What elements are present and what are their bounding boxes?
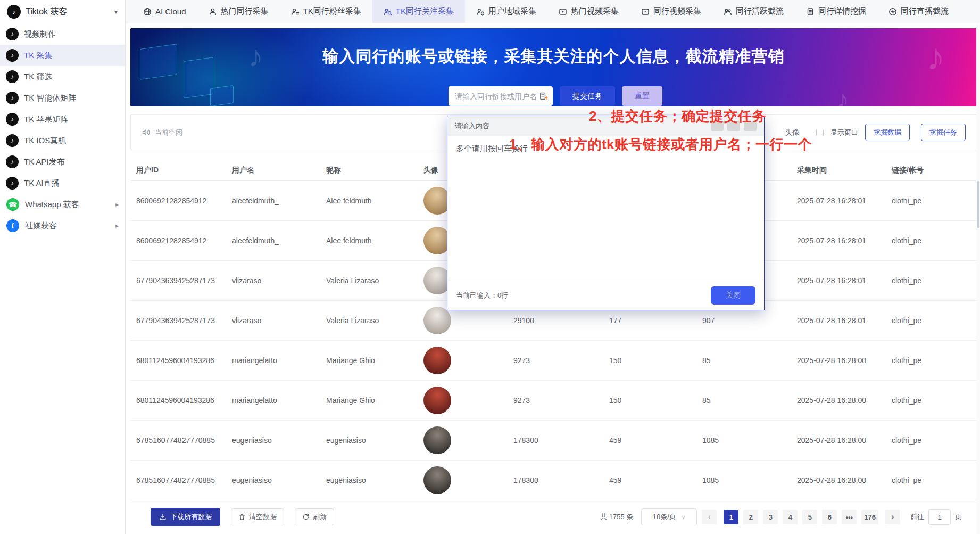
page-button[interactable]: 3 <box>763 510 778 524</box>
table-footer: 下载所有数据 清空数据 刷新 共 1755 条 10条/页 ∨ ‹ <box>130 500 977 533</box>
cell-nickname: Mariange Ghio <box>320 356 418 365</box>
sidebar-item-label: TK API发布 <box>24 157 65 167</box>
clear-data-button[interactable]: 清空数据 <box>231 508 284 525</box>
cell-collect-time: 2025-07-28 16:28:00 <box>791 356 886 365</box>
nav-tab-label: 热门同行采集 <box>221 6 269 17</box>
page-button[interactable]: 1 <box>724 510 738 524</box>
cell-user-id: 6779043639425287173 <box>130 316 226 325</box>
sidebar-item-icon: ♪ <box>6 92 18 104</box>
annotation-step2: 2、提交任务；确定提交任务 <box>589 107 766 126</box>
sidebar-item[interactable]: ♪ TK 智能体矩阵 ▸ <box>0 87 125 109</box>
nav-tab[interactable]: TK同行粉丝采集 <box>280 0 372 23</box>
sidebar-item[interactable]: ♪ TK AI直播 ▸ <box>0 172 125 194</box>
sidebar-item-label: 视频制作 <box>24 29 56 39</box>
sidebar-item[interactable]: ♪ 视频制作 ▸ <box>0 23 125 45</box>
sidebar-item-label: Whatsapp 获客 <box>25 200 79 210</box>
sidebar-item[interactable]: ♪ TK 苹果矩阵 ▸ <box>0 109 125 130</box>
nav-tab[interactable]: 同行直播截流 <box>877 0 960 23</box>
goto-page-input[interactable] <box>928 509 951 525</box>
mine-task-button[interactable]: 挖掘任务 <box>921 124 966 141</box>
cell-count-2: 459 <box>603 436 696 445</box>
sidebar-item[interactable]: ♪ TK IOS真机 ▸ <box>0 130 125 151</box>
close-button[interactable]: 关闭 <box>711 286 755 305</box>
nav-tab[interactable]: 同行活跃截流 <box>712 0 795 23</box>
sidebar-item[interactable]: f 社媒获客 ▸ <box>0 215 125 236</box>
nav-tab[interactable]: 热门视频采集 <box>547 0 630 23</box>
nav-tab-label: 同行详情挖掘 <box>818 6 866 17</box>
reset-button[interactable]: 重置 <box>622 86 662 106</box>
banner-controls: 提交任务 重置 <box>449 86 662 106</box>
cell-nickname: Alee feldmuth <box>320 196 418 205</box>
nav-tab[interactable]: 热门同行采集 <box>197 0 280 23</box>
page-button[interactable]: 5 <box>802 510 817 524</box>
app-window: ♪ Tiktok 获客 ▾ ♪ 视频制作 ▸ ♪ TK 采集 ▸ ♪ <box>0 0 980 534</box>
mine-data-button[interactable]: 挖掘数据 <box>865 124 910 141</box>
page-button[interactable]: 6 <box>822 510 837 524</box>
nav-tab[interactable]: AI Cloud <box>132 0 197 23</box>
download-all-button[interactable]: 下载所有数据 <box>151 508 220 526</box>
table-row[interactable]: 6801124596004193286 mariangelatto Marian… <box>130 381 977 421</box>
total-count: 共 1755 条 <box>600 512 633 522</box>
cell-nickname: Valeria Lizaraso <box>320 316 418 325</box>
cell-collect-time: 2025-07-28 16:28:01 <box>791 196 886 205</box>
tiktok-note-watermark: ♪ <box>836 85 849 106</box>
sidebar-item[interactable]: ♪ TK 筛选 ▸ <box>0 66 125 87</box>
modal-textarea[interactable]: 多个请用按回车换行 <box>447 136 764 281</box>
cell-collect-time: 2025-07-28 16:28:01 <box>791 276 886 285</box>
sidebar-header-label: Tiktok 获客 <box>26 6 68 18</box>
paste-input-icon[interactable] <box>539 92 548 101</box>
banner: ♪ ♪ ♪ 输入同行的账号或链接，采集其关注的个人信息，截流精准营销 提交任务 … <box>130 28 977 106</box>
cell-username: mariangelatto <box>226 356 320 365</box>
page-button[interactable]: 4 <box>783 510 798 524</box>
page-button[interactable]: ••• <box>842 510 857 524</box>
nav-tab[interactable]: 同行详情挖掘 <box>795 0 877 23</box>
show-window-checkbox[interactable] <box>816 129 824 136</box>
download-icon <box>159 513 167 521</box>
refresh-button[interactable]: 刷新 <box>295 508 334 525</box>
nav-tab[interactable]: 用户地域采集 <box>465 0 547 23</box>
prev-page-button[interactable]: ‹ <box>702 510 717 524</box>
peer-link-input-wrap <box>449 86 553 106</box>
cell-collect-time: 2025-07-28 16:28:00 <box>791 476 886 484</box>
chevron-down-icon: ∨ <box>682 514 686 521</box>
page-size-select[interactable]: 10条/页 ∨ <box>641 508 697 525</box>
goto-page: 前往 页 <box>910 509 962 525</box>
sidebar-item[interactable]: ♪ TK API发布 ▸ <box>0 151 125 172</box>
page-button[interactable]: 176 <box>861 510 878 524</box>
cell-link-account: clothi_pe <box>886 196 977 205</box>
next-page-button[interactable]: › <box>885 510 900 524</box>
sidebar: ♪ Tiktok 获客 ▾ ♪ 视频制作 ▸ ♪ TK 采集 ▸ ♪ <box>0 0 126 534</box>
sidebar-item-label: 社媒获客 <box>25 221 57 231</box>
cell-count-1: 9273 <box>508 396 603 405</box>
status-text: 当前空闲 <box>155 128 182 137</box>
cell-count-2: 177 <box>603 316 696 325</box>
nav-tab[interactable]: TK同行关注采集 <box>372 0 465 23</box>
cell-nickname: eugeniasiso <box>320 476 418 484</box>
sidebar-item[interactable]: ☎ Whatsapp 获客 ▸ <box>0 194 125 215</box>
cell-count-1: 29100 <box>508 316 603 325</box>
sidebar-item-icon: ♪ <box>6 71 18 83</box>
peer-link-input[interactable] <box>455 92 536 101</box>
sidebar-header[interactable]: ♪ Tiktok 获客 ▾ <box>0 0 125 23</box>
sidebar-item-icon: f <box>6 219 19 232</box>
cell-nickname: eugeniasiso <box>320 436 418 445</box>
cell-nickname: Mariange Ghio <box>320 396 418 405</box>
submit-task-button[interactable]: 提交任务 <box>560 86 615 106</box>
table-row[interactable]: 6801124596004193286 mariangelatto Marian… <box>130 341 977 381</box>
cell-user-id: 6801124596004193286 <box>130 356 226 365</box>
goto-suffix: 页 <box>955 512 962 522</box>
cell-username: eugeniasiso <box>226 436 320 445</box>
table-row[interactable]: 6785160774827770885 eugeniasiso eugenias… <box>130 421 977 461</box>
nav-tab[interactable]: 同行视频采集 <box>630 0 712 23</box>
modal-footer: 当前已输入：0行 关闭 <box>447 281 764 310</box>
sidebar-item[interactable]: ♪ TK 采集 ▸ <box>0 45 125 66</box>
nav-tab-label: 热门视频采集 <box>571 6 619 17</box>
table-row[interactable]: 6785160774827770885 eugeniasiso eugenias… <box>130 461 977 500</box>
avatar <box>423 347 451 374</box>
page-button[interactable]: 2 <box>743 510 758 524</box>
scrollbar-thumb[interactable] <box>977 181 979 228</box>
chevron-down-icon[interactable]: ▾ <box>114 8 118 15</box>
cell-collect-time: 2025-07-28 16:28:00 <box>791 436 886 445</box>
page-scrollbar[interactable] <box>976 23 980 534</box>
banner-title: 输入同行的账号或链接，采集其关注的个人信息，截流精准营销 <box>130 28 977 68</box>
